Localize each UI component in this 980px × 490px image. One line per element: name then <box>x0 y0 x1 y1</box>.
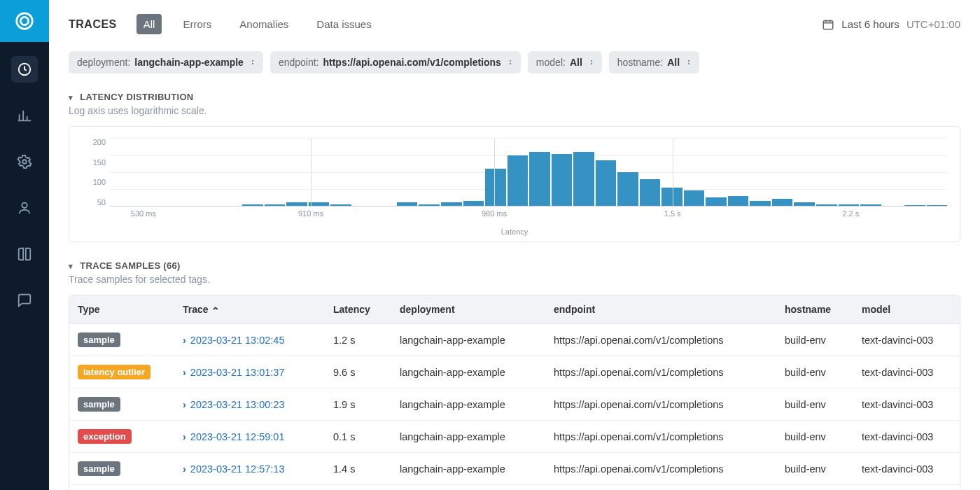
filter-endpoint[interactable]: endpoint: https://api.openai.com/v1/comp… <box>270 51 521 74</box>
trace-link[interactable]: 2023-03-21 12:57:13 <box>183 463 285 475</box>
cell-endpoint: https://api.openai.com/v1/completions <box>545 324 776 356</box>
svg-rect-5 <box>824 20 834 29</box>
cell-deployment: langchain-app-example <box>391 421 545 453</box>
cell-model: text-davinci-003 <box>853 421 960 453</box>
col-hostname[interactable]: hostname <box>776 295 853 324</box>
cell-endpoint: https://api.openai.com/v1/completions <box>545 453 776 485</box>
app-logo[interactable] <box>0 0 49 42</box>
filter-hostname[interactable]: hostname: All <box>609 51 699 74</box>
type-badge: exception <box>78 429 132 444</box>
cell-latency: 1.4 s <box>325 453 391 485</box>
cell-latency: 0.1 s <box>325 421 391 453</box>
cell-latency: 9.6 s <box>325 356 391 388</box>
type-badge: sample <box>78 461 120 476</box>
cell-latency: 1.9 s <box>325 388 391 421</box>
cell-hostname: build-env <box>776 485 853 491</box>
tab-all[interactable]: All <box>136 14 162 34</box>
cell-model: text-davinci-003 <box>853 324 960 356</box>
tab-errors[interactable]: Errors <box>176 14 218 34</box>
type-badge: latency outlier <box>78 365 150 379</box>
chart-xlabel: Latency <box>79 227 950 236</box>
filter-deployment[interactable]: deployment: langchain-app-example <box>69 51 263 74</box>
svg-point-3 <box>22 160 27 164</box>
table-row[interactable]: sample2023-03-21 13:02:451.2 slangchain-… <box>69 324 960 356</box>
traces-section-header[interactable]: TRACE SAMPLES (66) <box>69 260 980 271</box>
nav-clock-icon[interactable] <box>11 56 38 83</box>
nav-chart-icon[interactable] <box>11 102 38 129</box>
col-trace[interactable]: Trace <box>174 295 325 324</box>
tab-anomalies[interactable]: Anomalies <box>232 14 295 34</box>
calendar-icon <box>822 18 834 31</box>
cell-model: text-davinci-003 <box>853 485 960 491</box>
col-type[interactable]: Type <box>69 295 174 324</box>
cell-hostname: build-env <box>776 421 853 453</box>
trace-link[interactable]: 2023-03-21 13:01:37 <box>183 367 285 378</box>
filter-bar: deployment: langchain-app-exampleendpoin… <box>69 51 980 74</box>
nav-gear-icon[interactable] <box>11 148 38 175</box>
cell-deployment: langchain-app-example <box>391 485 545 491</box>
cell-deployment: langchain-app-example <box>391 324 545 356</box>
cell-hostname: build-env <box>776 453 853 485</box>
nav-book-icon[interactable] <box>11 241 38 267</box>
trace-table: TypeTraceLatencydeploymentendpointhostna… <box>69 295 960 490</box>
table-row[interactable]: sample2023-03-21 13:00:231.9 slangchain-… <box>69 388 960 421</box>
sidebar <box>0 0 49 490</box>
cell-endpoint: https://api.openai.com/v1/completions <box>545 356 776 388</box>
type-badge: sample <box>78 332 120 347</box>
time-range-label: Last 6 hours <box>841 18 899 30</box>
cell-endpoint: https://api.openai.com/v1/completions <box>545 485 776 491</box>
cell-deployment: langchain-app-example <box>391 388 545 421</box>
time-range-picker[interactable]: Last 6 hours UTC+01:00 <box>822 18 960 31</box>
cell-hostname: build-env <box>776 388 853 421</box>
tab-data-issues[interactable]: Data issues <box>309 14 378 34</box>
trace-link[interactable]: 2023-03-21 13:00:23 <box>183 399 285 410</box>
trace-link[interactable]: 2023-03-21 12:59:01 <box>183 431 285 442</box>
cell-endpoint: https://api.openai.com/v1/completions <box>545 421 776 453</box>
cell-endpoint: https://api.openai.com/v1/completions <box>545 388 776 421</box>
cell-model: text-davinci-003 <box>853 388 960 421</box>
table-row[interactable]: sample2023-03-21 12:56:121.7 slangchain-… <box>69 485 960 491</box>
tab-bar: AllErrorsAnomaliesData issues <box>136 14 379 34</box>
table-row[interactable]: latency outlier2023-03-21 13:01:379.6 sl… <box>69 356 960 388</box>
latency-chart[interactable]: 20015010050 530 ms910 ms980 ms1.5 s2.2 s… <box>69 126 960 242</box>
trace-link[interactable]: 2023-03-21 13:02:45 <box>183 335 285 346</box>
cell-hostname: build-env <box>776 356 853 388</box>
col-endpoint[interactable]: endpoint <box>545 295 776 324</box>
latency-section-header[interactable]: LATENCY DISTRIBUTION <box>69 92 980 102</box>
table-row[interactable]: exception2023-03-21 12:59:010.1 slangcha… <box>69 421 960 453</box>
cell-hostname: build-env <box>776 324 853 356</box>
cell-latency: 1.7 s <box>325 485 391 491</box>
page-title: TRACES <box>69 18 117 31</box>
latency-section-subtitle: Log axis uses logarithmic scale. <box>69 105 980 116</box>
traces-section-subtitle: Trace samples for selected tags. <box>69 274 980 285</box>
table-row[interactable]: sample2023-03-21 12:57:131.4 slangchain-… <box>69 453 960 485</box>
col-latency[interactable]: Latency <box>325 295 391 324</box>
svg-point-4 <box>22 203 27 208</box>
cell-model: text-davinci-003 <box>853 356 960 388</box>
timezone-label: UTC+01:00 <box>906 18 960 30</box>
cell-deployment: langchain-app-example <box>391 356 545 388</box>
svg-point-1 <box>20 17 28 24</box>
type-badge: sample <box>78 397 120 412</box>
col-deployment[interactable]: deployment <box>391 295 545 324</box>
nav-chat-icon[interactable] <box>11 287 38 314</box>
cell-latency: 1.2 s <box>325 324 391 356</box>
filter-model[interactable]: model: All <box>528 51 602 74</box>
nav-user-icon[interactable] <box>11 195 38 221</box>
main-content: TRACES AllErrorsAnomaliesData issues Las… <box>49 0 980 490</box>
svg-point-0 <box>17 13 33 29</box>
cell-deployment: langchain-app-example <box>391 453 545 485</box>
col-model[interactable]: model <box>853 295 960 324</box>
cell-model: text-davinci-003 <box>853 453 960 485</box>
